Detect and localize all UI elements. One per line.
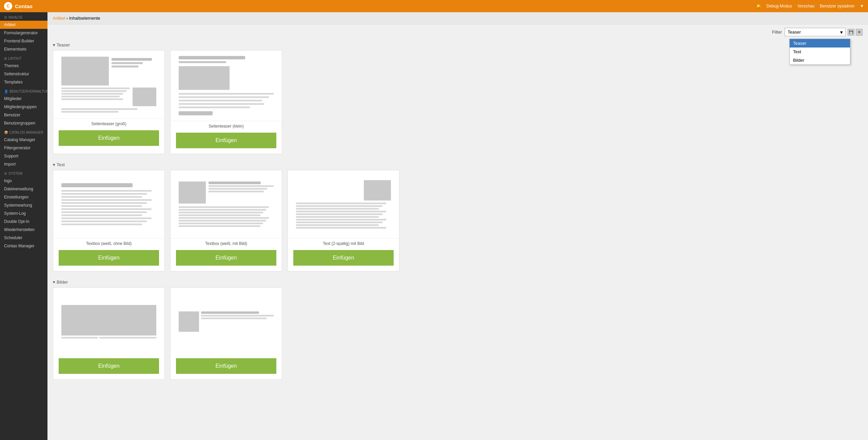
insert-button-bilder-2[interactable]: Einfügen (176, 358, 276, 374)
insert-button-textbox-weiss-ohne-bild[interactable]: Einfügen (59, 250, 159, 266)
sidebar-item-themes[interactable]: Themes (0, 62, 47, 70)
sidebar-item-frontend-builder[interactable]: Frontend Builder (0, 37, 47, 45)
cards-grid-text: Textbox (weiß, ohne Bild)Einfügen Textbo… (47, 170, 868, 277)
filter-label: Filter (772, 30, 782, 35)
sidebar-item-systemwartung[interactable]: Systemwartung (0, 201, 47, 209)
sidebar-item-contao-manager[interactable]: Contao Manager (0, 242, 47, 250)
breadcrumb-separator: › (66, 16, 68, 21)
card-label-seitenteaser-klein: Seitenteaser (klein) (171, 121, 282, 130)
sidebar-item-artikel[interactable]: Artikel (0, 21, 47, 29)
section-chevron-icon: ▾ (53, 42, 55, 47)
sidebar-item-wiederherstellen[interactable]: Wiederherstellen (0, 226, 47, 234)
logo-icon: C (4, 2, 12, 10)
card-preview-text-2spaltig-mit-bild (288, 170, 399, 238)
sidebar-section-catalog-manager: 📦CATALOG MANAGER (0, 127, 47, 136)
card-preview-textbox-weiss-ohne-bild (53, 170, 164, 238)
sidebar-item-scheduler[interactable]: Scheduler (0, 234, 47, 242)
topbar-brand: Contao (15, 3, 33, 9)
section-label: Text (57, 162, 65, 167)
filter-option-text[interactable]: Text (790, 47, 850, 56)
card-label-textbox-weiss-ohne-bild: Textbox (weiß, ohne Bild) (53, 238, 164, 247)
sidebar-section-inhalte: ☰INHALTE (0, 12, 47, 21)
sidebar-section-benutzerverwaltung: 👤BENUTZERVERWALTUNG (0, 86, 47, 95)
section-chevron-icon: ▾ (53, 280, 55, 285)
filter-icons: 💾 ✕ (848, 29, 863, 36)
sidebar-item-benutzer[interactable]: Benutzer (0, 111, 47, 119)
breadcrumb: Artikel › Inhaltselemente (47, 12, 868, 24)
section-header-bilder[interactable]: ▾ Bilder (47, 277, 868, 287)
filter-option-teaser[interactable]: Teaser (790, 39, 850, 47)
sidebar-item-seitenstruktur[interactable]: Seitenstruktur (0, 70, 47, 78)
sidebar-item-formulargenerator[interactable]: Formulargenerator (0, 29, 47, 37)
filter-select-container: ▼ (785, 28, 846, 36)
topbar: C Contao 🔔 Debug-Modus Vorschau Benutzer… (0, 0, 868, 12)
card-label-text-2spaltig-mit-bild: Text (2-spaltig) mit Bild (288, 238, 399, 247)
main-content: Artikel › Inhaltselemente Filter ▼ Tease… (47, 12, 868, 440)
sidebar-item-einstellungen[interactable]: Einstellungen (0, 193, 47, 201)
sidebar-item-elementsets[interactable]: Elementsets (0, 45, 47, 53)
layout: ☰INHALTEArtikelFormulargeneratorFrontend… (0, 12, 868, 440)
section-chevron-icon: ▾ (53, 162, 55, 167)
filter-option-bilder[interactable]: Bilder (790, 56, 850, 64)
card-preview-textbox-weiss-mit-bild (171, 170, 282, 238)
topbar-left: C Contao (4, 2, 33, 10)
card-bilder-2: Einfügen (170, 287, 282, 380)
sidebar-item-system-log[interactable]: System-Log (0, 209, 47, 217)
sidebar-item-catalog-manager-item[interactable]: Catalog Manager (0, 136, 47, 144)
user-menu[interactable]: Benutzer sysadmin (820, 4, 854, 8)
logo-letter: C (7, 4, 10, 8)
user-dropdown-icon[interactable]: ▼ (860, 4, 864, 8)
sidebar-item-mitglieder[interactable]: Mitglieder (0, 95, 47, 103)
card-preview-seitenteaser-klein (171, 51, 282, 121)
insert-button-text-2spaltig-mit-bild[interactable]: Einfügen (293, 250, 394, 266)
preview-link[interactable]: Vorschau (797, 4, 814, 8)
card-preview-bilder-2 (171, 288, 282, 356)
card-text-2spaltig-mit-bild: Text (2-spaltig) mit BildEinfügen (288, 170, 399, 271)
sidebar-item-logo[interactable]: logo (0, 177, 47, 185)
card-preview-bilder-1 (53, 288, 164, 356)
section-header-text[interactable]: ▾ Text (47, 159, 868, 170)
card-label-textbox-weiss-mit-bild: Textbox (weiß, mit Bild) (171, 238, 282, 247)
sidebar-item-double-opt-in[interactable]: Double Opt-In (0, 217, 47, 226)
filter-dropdown: Teaser Text Bilder (789, 39, 850, 65)
topbar-right: 🔔 Debug-Modus Vorschau Benutzer sysadmin… (756, 4, 864, 8)
filter-save-icon[interactable]: 💾 (848, 29, 854, 36)
sidebar-item-mitgliedergruppen[interactable]: Mitgliedergruppen (0, 103, 47, 111)
filter-bar: Filter ▼ Teaser Text Bilder 💾 ✕ (47, 24, 868, 40)
cards-grid-teaser: Seitenteaser (groß)Einfügen Seitenteaser… (47, 50, 868, 159)
card-seitenteaser-gross: Seitenteaser (groß)Einfügen (53, 50, 165, 154)
debug-mode-link[interactable]: Debug-Modus (767, 4, 792, 8)
card-textbox-weiss-ohne-bild: Textbox (weiß, ohne Bild)Einfügen (53, 170, 165, 271)
section-header-teaser[interactable]: ▾ Teaser (47, 40, 868, 50)
filter-reset-icon[interactable]: ✕ (856, 29, 863, 36)
breadcrumb-current: Inhaltselemente (69, 16, 100, 21)
notification-icon[interactable]: 🔔 (756, 4, 761, 8)
section-label: Bilder (57, 280, 68, 285)
breadcrumb-parent[interactable]: Artikel (53, 16, 65, 21)
card-label-seitenteaser-gross: Seitenteaser (groß) (53, 118, 164, 128)
insert-button-seitenteaser-gross[interactable]: Einfügen (59, 130, 159, 146)
insert-button-seitenteaser-klein[interactable]: Einfügen (176, 133, 276, 148)
card-preview-seitenteaser-gross (53, 51, 164, 118)
card-textbox-weiss-mit-bild: Textbox (weiß, mit Bild)Einfügen (170, 170, 282, 271)
card-seitenteaser-klein: Seitenteaser (klein)Einfügen (170, 50, 282, 154)
filter-input[interactable] (785, 28, 846, 36)
insert-button-bilder-1[interactable]: Einfügen (59, 358, 159, 374)
section-label: Teaser (57, 42, 70, 47)
cards-grid-bilder: Einfügen Einfügen (47, 287, 868, 385)
sidebar-section-system: ⚙SYSTEM (0, 168, 47, 177)
sidebar-item-benutzergruppen[interactable]: Benutzergruppen (0, 119, 47, 127)
insert-button-textbox-weiss-mit-bild[interactable]: Einfügen (176, 250, 276, 266)
sections-container: ▾ Teaser (47, 40, 868, 385)
sidebar: ☰INHALTEArtikelFormulargeneratorFrontend… (0, 12, 47, 440)
card-bilder-1: Einfügen (53, 287, 165, 380)
sidebar-item-import[interactable]: Import (0, 160, 47, 168)
sidebar-item-filtergenerator[interactable]: Filtergenerator (0, 144, 47, 152)
sidebar-item-support[interactable]: Support (0, 152, 47, 160)
sidebar-item-dateiverwaltung[interactable]: Dateiverwaltung (0, 185, 47, 193)
sidebar-item-templates[interactable]: Templates (0, 78, 47, 86)
sidebar-section-layout: ⊞LAYOUT (0, 53, 47, 62)
